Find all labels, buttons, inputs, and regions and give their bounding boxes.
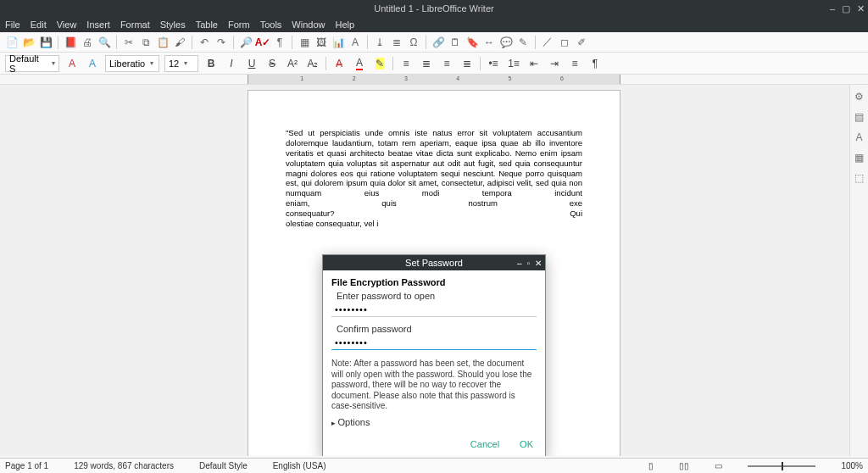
outdent-icon[interactable]: ⇤ (526, 56, 542, 71)
enter-password-input[interactable] (331, 303, 537, 317)
sidebar-properties-icon[interactable]: ⚙ (853, 90, 866, 103)
sidebar-navigator-icon[interactable]: ⬚ (853, 171, 866, 185)
indent-icon[interactable]: ⇥ (547, 56, 562, 71)
status-style[interactable]: Default Style (199, 461, 248, 470)
para-spacing-icon[interactable]: ¶ (587, 56, 603, 71)
menu-insert[interactable]: Insert (86, 19, 110, 30)
chart-icon[interactable]: 📊 (331, 36, 345, 49)
maximize-icon[interactable]: ▢ (842, 3, 850, 14)
cancel-button[interactable]: Cancel (470, 439, 499, 449)
options-expander[interactable]: Options (331, 417, 537, 427)
superscript-button[interactable]: A² (285, 56, 300, 71)
formatting-marks-icon[interactable]: ¶ (273, 36, 287, 49)
subscript-button[interactable]: A₂ (305, 56, 320, 71)
paste-icon[interactable]: 📋 (156, 36, 170, 49)
view-multi-page-icon[interactable]: ▯▯ (679, 461, 689, 470)
shapes-icon[interactable]: ◻ (558, 36, 571, 49)
copy-icon[interactable]: ⧉ (139, 36, 153, 49)
undo-icon[interactable]: ↶ (198, 36, 211, 49)
dialog-minimize-icon[interactable]: – (517, 259, 522, 268)
spellcheck-icon[interactable]: A✓ (256, 36, 270, 49)
status-zoom[interactable]: 100% (841, 461, 863, 470)
sidebar-styles-icon[interactable]: A (853, 131, 866, 144)
view-single-page-icon[interactable]: ▯ (648, 461, 654, 470)
close-icon[interactable]: ✕ (857, 3, 865, 14)
print-icon[interactable]: 🖨 (81, 36, 94, 49)
field-icon[interactable]: ≣ (390, 36, 403, 49)
new-icon[interactable]: 📄 (5, 36, 19, 49)
menu-format[interactable]: Format (120, 19, 150, 30)
font-color-icon[interactable]: A (352, 56, 367, 71)
page-break-icon[interactable]: ⤓ (373, 36, 387, 49)
status-page[interactable]: Page 1 of 1 (5, 461, 48, 470)
zoom-slider[interactable] (748, 465, 815, 467)
line-icon[interactable]: ／ (541, 36, 554, 49)
align-justify-icon[interactable]: ≣ (459, 56, 475, 71)
align-left-icon[interactable]: ≡ (398, 56, 414, 71)
underline-button[interactable]: U (244, 56, 259, 71)
footnote-icon[interactable]: 🗒 (448, 36, 462, 49)
textbox-icon[interactable]: A (348, 36, 362, 49)
dialog-close-icon[interactable]: ✕ (535, 259, 542, 268)
export-pdf-icon[interactable]: 📕 (64, 36, 77, 49)
table-icon[interactable]: ▦ (298, 36, 311, 49)
sidebar-page-icon[interactable]: ▤ (853, 110, 866, 124)
window-titlebar: Untitled 1 - LibreOffice Writer – ▢ ✕ (0, 0, 868, 17)
font-size-select[interactable]: 12 (164, 55, 198, 72)
bookmark-icon[interactable]: 🔖 (465, 36, 479, 49)
menu-table[interactable]: Table (196, 19, 218, 30)
comment-icon[interactable]: 💬 (499, 36, 513, 49)
view-book-icon[interactable]: ▭ (715, 461, 722, 470)
cut-icon[interactable]: ✂ (122, 36, 136, 49)
save-icon[interactable]: 💾 (39, 36, 53, 49)
draw-icon[interactable]: ✐ (575, 36, 588, 49)
document-area: "Sed ut perspiciatis unde omnis iste nat… (0, 85, 868, 456)
cross-ref-icon[interactable]: ↔ (482, 36, 496, 49)
status-language[interactable]: English (USA) (273, 461, 326, 470)
align-center-icon[interactable]: ≣ (419, 56, 434, 71)
highlight-icon[interactable]: ✎ (372, 56, 387, 71)
print-preview-icon[interactable]: 🔍 (97, 36, 111, 49)
minimize-icon[interactable]: – (830, 3, 835, 14)
strike-button[interactable]: S (264, 56, 280, 71)
status-bar: Page 1 of 1 129 words, 867 characters De… (0, 458, 868, 473)
set-password-dialog: Set Password – ▫ ✕ File Encryption Passw… (322, 254, 546, 456)
image-icon[interactable]: 🖼 (314, 36, 328, 49)
italic-button[interactable]: I (224, 56, 239, 71)
dialog-maximize-icon[interactable]: ▫ (526, 259, 530, 268)
menu-edit[interactable]: Edit (31, 19, 47, 30)
line-spacing-icon[interactable]: ≡ (567, 56, 582, 71)
sidebar-gallery-icon[interactable]: ▦ (853, 151, 866, 164)
menu-window[interactable]: Window (292, 19, 325, 30)
menu-view[interactable]: View (57, 19, 77, 30)
new-style-icon[interactable]: A (85, 56, 100, 71)
update-style-icon[interactable]: A (64, 56, 80, 71)
number-list-icon[interactable]: 1≡ (506, 56, 521, 71)
dialog-titlebar[interactable]: Set Password – ▫ ✕ (323, 255, 545, 270)
special-char-icon[interactable]: Ω (407, 36, 420, 49)
menu-help[interactable]: Help (335, 19, 354, 30)
redo-icon[interactable]: ↷ (214, 36, 228, 49)
clone-format-icon[interactable]: 🖌 (173, 36, 186, 49)
track-changes-icon[interactable]: ✎ (516, 36, 530, 49)
menu-form[interactable]: Form (228, 19, 250, 30)
confirm-password-input[interactable] (331, 336, 537, 350)
ok-button[interactable]: OK (520, 439, 533, 449)
hyperlink-icon[interactable]: 🔗 (431, 36, 445, 49)
bullet-list-icon[interactable]: •≡ (486, 56, 501, 71)
bold-button[interactable]: B (203, 56, 219, 71)
status-wordcount[interactable]: 129 words, 867 characters (74, 461, 174, 470)
menu-file[interactable]: File (5, 19, 20, 30)
menu-tools[interactable]: Tools (260, 19, 282, 30)
align-right-icon[interactable]: ≡ (439, 56, 454, 71)
menu-styles[interactable]: Styles (160, 19, 186, 30)
dialog-title: Set Password (405, 258, 463, 268)
clear-format-icon[interactable]: A̶ (331, 56, 347, 71)
horizontal-ruler[interactable]: 1 2 3 4 5 6 (0, 75, 868, 85)
paragraph-style-select[interactable]: Default S (5, 55, 59, 72)
find-icon[interactable]: 🔎 (239, 36, 253, 49)
window-title: Untitled 1 - LibreOffice Writer (0, 3, 868, 14)
document-body-text[interactable]: "Sed ut perspiciatis unde omnis iste nat… (286, 128, 582, 229)
open-icon[interactable]: 📂 (22, 36, 36, 49)
font-name-select[interactable]: Liberatio (105, 55, 159, 72)
